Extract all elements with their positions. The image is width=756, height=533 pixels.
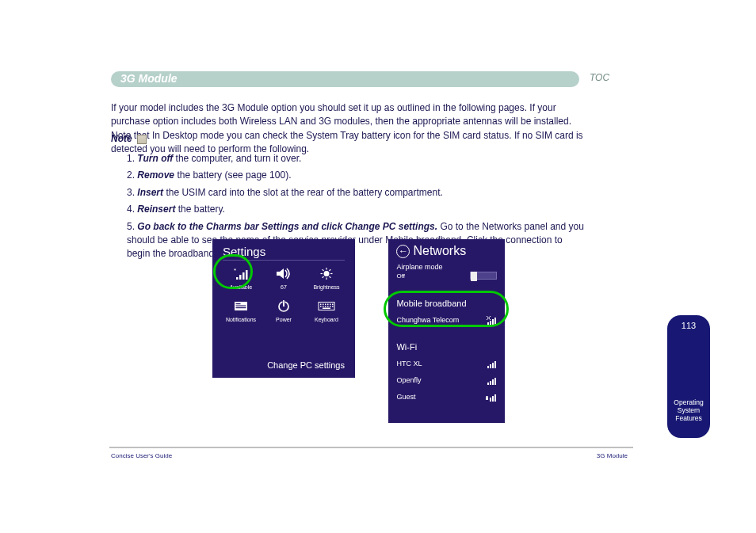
networks-header: ← Networks <box>396 244 497 258</box>
volume-icon <box>274 267 293 280</box>
note-heading: Note <box>111 133 132 144</box>
list-term: Reinsert <box>137 204 175 215</box>
settings-item-power[interactable]: Power <box>265 299 302 322</box>
svg-rect-3 <box>242 272 245 280</box>
svg-rect-35 <box>332 306 334 307</box>
list-term: Remove <box>137 169 174 181</box>
networks-title: Networks <box>413 244 466 258</box>
page-side-tab: 113 Operating System Features <box>667 315 710 438</box>
list-item: 1. Turn off the computer, and turn it ov… <box>127 152 586 166</box>
svg-line-13 <box>330 269 331 271</box>
svg-rect-55 <box>494 394 496 402</box>
list-term: Go back to the Charms bar Settings and c… <box>137 221 437 232</box>
svg-rect-25 <box>323 304 324 306</box>
svg-rect-46 <box>494 361 496 368</box>
airplane-toggle[interactable] <box>470 272 497 280</box>
wifi-name: Guest <box>396 393 415 401</box>
airplane-mode-label: Airplane mode <box>396 263 497 271</box>
svg-rect-1 <box>236 277 239 280</box>
mobile-provider-name: Chunghwa Telecom <box>396 316 459 324</box>
wifi-label: Wi-Fi <box>396 342 497 352</box>
settings-label: 67 <box>281 284 287 290</box>
mobile-broadband-label: Mobile broadband <box>396 299 497 308</box>
notifications-icon <box>231 299 250 313</box>
svg-rect-28 <box>330 304 331 306</box>
svg-rect-2 <box>239 275 242 280</box>
keyboard-icon <box>317 299 336 313</box>
list-item: 2. Remove the battery (see page 100). <box>127 169 586 182</box>
wifi-item[interactable]: HTC XL <box>396 359 497 368</box>
svg-rect-36 <box>323 308 330 310</box>
settings-label: Available <box>230 284 252 290</box>
svg-rect-53 <box>490 398 491 402</box>
back-button[interactable]: ← <box>396 245 410 258</box>
svg-rect-47 <box>487 383 489 385</box>
settings-item-volume[interactable]: 67 <box>265 267 302 290</box>
page-tab-caption: Operating System Features <box>667 398 710 423</box>
svg-rect-39 <box>487 322 489 325</box>
list-text: the battery. <box>175 204 224 215</box>
svg-line-14 <box>323 276 324 278</box>
arrow-left-icon: ← <box>399 246 408 256</box>
list-number: 3. <box>127 187 135 198</box>
svg-rect-26 <box>325 304 326 306</box>
settings-item-keyboard[interactable]: Keyboard <box>308 299 345 322</box>
svg-rect-51 <box>486 398 488 400</box>
list-text: the USIM card into the slot at the rear … <box>163 187 443 198</box>
settings-panel: Settings * Available 67 <box>212 239 355 378</box>
section-header-bar <box>111 71 579 87</box>
list-number: 5. <box>127 221 135 232</box>
brightness-icon <box>317 267 336 280</box>
svg-rect-54 <box>492 396 494 402</box>
change-pc-settings[interactable]: Change PC settings <box>267 360 345 370</box>
svg-rect-45 <box>492 363 494 368</box>
svg-rect-49 <box>492 379 494 385</box>
svg-rect-27 <box>327 304 329 306</box>
svg-rect-17 <box>236 306 246 306</box>
svg-line-12 <box>330 276 331 278</box>
list-item: 3. Insert the USIM card into the slot at… <box>127 186 586 200</box>
settings-item-brightness[interactable]: Brightness <box>308 267 345 290</box>
airplane-mode-row: Off <box>396 272 497 280</box>
footer-divider <box>109 447 633 448</box>
signal-icon <box>486 375 497 385</box>
svg-rect-30 <box>320 306 322 307</box>
wifi-item[interactable]: Guest <box>396 392 497 402</box>
signal-icon: * <box>231 267 250 280</box>
settings-item-notifications[interactable]: Notifications <box>223 299 259 322</box>
wifi-name: HTC XL <box>396 360 422 367</box>
settings-label: Notifications <box>226 317 256 322</box>
list-text: the computer, and turn it over. <box>173 153 301 164</box>
list-number: 1. <box>127 153 135 164</box>
svg-marker-5 <box>277 268 284 279</box>
svg-rect-34 <box>330 306 331 307</box>
mobile-provider-item[interactable]: Chunghwa Telecom <box>396 315 497 325</box>
power-icon <box>274 299 293 313</box>
networks-panel: ← Networks Airplane mode Off Mobile broa… <box>388 239 505 423</box>
svg-rect-32 <box>325 306 326 307</box>
svg-rect-29 <box>332 304 334 306</box>
svg-rect-52 <box>487 397 488 398</box>
svg-rect-4 <box>246 270 248 280</box>
list-number: 4. <box>127 204 135 215</box>
signal-secure-icon <box>486 392 497 402</box>
svg-rect-18 <box>236 307 246 308</box>
list-item: 4. Reinsert the battery. <box>127 203 586 216</box>
svg-rect-50 <box>494 378 496 385</box>
svg-rect-33 <box>327 306 329 307</box>
settings-label: Keyboard <box>315 317 338 322</box>
wifi-item[interactable]: Openfly <box>396 375 497 385</box>
settings-item-available[interactable]: * Available <box>223 267 259 290</box>
intro-paragraph: If your model includes the 3G Module opt… <box>111 101 586 157</box>
svg-rect-41 <box>492 319 494 325</box>
svg-point-6 <box>324 271 330 276</box>
signal-icon <box>486 359 497 368</box>
airplane-state: Off <box>396 272 405 280</box>
svg-rect-31 <box>323 306 324 307</box>
settings-title: Settings <box>223 245 345 261</box>
svg-rect-24 <box>320 304 322 306</box>
toc-link[interactable]: TOC <box>590 72 609 83</box>
svg-rect-44 <box>490 364 491 368</box>
page-number: 113 <box>667 315 710 330</box>
svg-rect-48 <box>490 381 491 385</box>
